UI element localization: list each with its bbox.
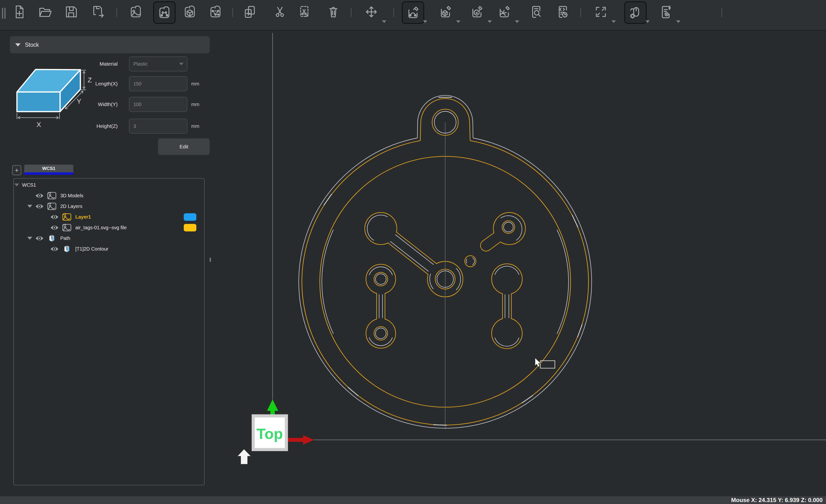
cut-icon bbox=[273, 5, 287, 19]
toolbar-separator bbox=[351, 8, 352, 17]
save-file-button[interactable] bbox=[61, 1, 81, 22]
edit-3d-model-dropdown-arrow-icon[interactable] bbox=[456, 20, 461, 23]
edit-node-button[interactable] bbox=[494, 1, 515, 22]
toolpath-layer bbox=[299, 96, 592, 428]
layer-color-swatch[interactable] bbox=[184, 213, 196, 221]
import-3d-model-button[interactable] bbox=[179, 1, 200, 22]
wcs-tab[interactable]: WCS1 bbox=[24, 165, 73, 172]
tree-item-path[interactable]: Path bbox=[14, 233, 204, 244]
paste-icon bbox=[297, 5, 311, 19]
eye-visibility-icon[interactable] bbox=[35, 236, 44, 241]
mouse-cursor bbox=[535, 358, 555, 368]
toolbar-drag-handle[interactable] bbox=[4, 8, 6, 19]
mouse-settings-button[interactable] bbox=[624, 1, 647, 24]
edit-vector-icon bbox=[406, 5, 420, 20]
expander-icon[interactable] bbox=[27, 205, 32, 208]
tree-item-label: WCS1 bbox=[22, 182, 36, 188]
transform-move-button[interactable] bbox=[361, 1, 382, 22]
stock-section-header[interactable]: Stock bbox=[10, 36, 210, 53]
layer-image-icon bbox=[47, 202, 56, 210]
copy-button[interactable] bbox=[239, 1, 260, 22]
save-file-icon bbox=[64, 5, 78, 19]
view-label: Top bbox=[256, 425, 283, 442]
tree-item-2d-layers[interactable]: 2D Layers bbox=[14, 201, 204, 211]
collapse-chevron-icon[interactable] bbox=[15, 43, 20, 47]
gcode-list-icon bbox=[555, 5, 570, 19]
layer-image-icon bbox=[62, 224, 71, 232]
cursor-arrow-icon bbox=[535, 358, 541, 367]
y-axis-arrow bbox=[267, 399, 278, 411]
toolbar-separator bbox=[116, 8, 117, 17]
import-vector-button[interactable] bbox=[153, 1, 176, 24]
import-3d-model-icon bbox=[183, 5, 197, 19]
edit-rotate-icon bbox=[470, 5, 484, 19]
import-toolpath-button[interactable] bbox=[205, 1, 226, 22]
mouse-settings-icon bbox=[628, 5, 643, 20]
view-cube-face[interactable] bbox=[253, 416, 286, 449]
mouse-settings-dropdown-arrow-icon[interactable] bbox=[645, 20, 650, 23]
chevron-down-icon bbox=[179, 63, 183, 65]
panel-scrollbar-thumb[interactable] bbox=[210, 258, 211, 262]
preview-button[interactable] bbox=[526, 1, 547, 22]
add-wcs-tab-button[interactable]: + bbox=[12, 165, 21, 175]
eye-visibility-icon[interactable] bbox=[35, 193, 44, 198]
tree-item-wcs1[interactable]: WCS1 bbox=[14, 180, 204, 190]
open-file-button[interactable] bbox=[35, 1, 55, 22]
height-z-input[interactable] bbox=[129, 119, 187, 134]
import-image-icon bbox=[128, 5, 143, 19]
width-y-unit: mm bbox=[191, 97, 199, 112]
edit-rotate-dropdown-arrow-icon[interactable] bbox=[487, 20, 492, 23]
width-y-label: Width(Y) bbox=[79, 97, 118, 112]
gcode-list-button[interactable] bbox=[552, 1, 573, 22]
eye-visibility-icon[interactable] bbox=[35, 204, 44, 209]
layer-color-swatch[interactable] bbox=[184, 224, 196, 232]
edit-3d-model-button[interactable] bbox=[435, 1, 456, 22]
fit-view-icon bbox=[594, 5, 608, 19]
toolbar-drag-handle[interactable] bbox=[2, 8, 3, 19]
save-as-file-button[interactable] bbox=[88, 1, 109, 22]
cut-button[interactable] bbox=[270, 1, 290, 22]
edit-node-dropdown-arrow-icon[interactable] bbox=[515, 20, 519, 23]
toolbar-separator bbox=[721, 8, 722, 17]
holding-tabs bbox=[324, 97, 582, 425]
active-tab-underline bbox=[24, 172, 73, 175]
expander-icon[interactable] bbox=[27, 237, 32, 240]
expander-icon[interactable] bbox=[14, 184, 19, 186]
length-x-input[interactable] bbox=[129, 76, 187, 91]
new-file-button[interactable] bbox=[9, 1, 30, 22]
material-select[interactable]: Plastic bbox=[129, 56, 187, 71]
edit-node-icon bbox=[497, 5, 512, 19]
height-z-unit: mm bbox=[191, 119, 199, 134]
view-top-gizmo[interactable]: Top bbox=[238, 399, 314, 464]
tree-item-label: 2D Layers bbox=[60, 204, 82, 209]
edit-stock-button[interactable]: Edit bbox=[158, 138, 210, 155]
tree-item-air-tags-01-svg-svg-file[interactable]: air_tags-01.svg--svg file bbox=[14, 222, 204, 233]
tree-item--t1-2d-contour[interactable]: [T1]2D Contour bbox=[14, 244, 204, 254]
tree-item-label: Path bbox=[60, 236, 70, 241]
eye-visibility-icon[interactable] bbox=[50, 246, 59, 252]
machine-post-button[interactable] bbox=[655, 1, 676, 22]
fit-view-dropdown-arrow-icon[interactable] bbox=[611, 20, 616, 23]
machine-post-dropdown-arrow-icon[interactable] bbox=[676, 20, 681, 23]
import-image-button[interactable] bbox=[125, 1, 146, 22]
tree-item-3d-models[interactable]: 3D Models bbox=[14, 190, 204, 201]
eye-visibility-icon[interactable] bbox=[50, 214, 59, 220]
width-y-input[interactable] bbox=[129, 97, 187, 112]
status-bar: Mouse X: 24.315 Y: 6.939 Z: 0.000 bbox=[0, 496, 826, 504]
transform-move-dropdown-arrow-icon[interactable] bbox=[382, 20, 387, 23]
eye-visibility-icon[interactable] bbox=[50, 225, 59, 231]
layer-image-icon bbox=[47, 192, 56, 199]
toolpath-icon bbox=[62, 245, 71, 253]
fit-view-button[interactable] bbox=[590, 1, 611, 22]
edit-rotate-button[interactable] bbox=[467, 1, 487, 22]
selection-rect bbox=[540, 361, 555, 368]
edit-vector-dropdown-arrow-icon[interactable] bbox=[423, 20, 427, 23]
tree-item-layer1[interactable]: Layer1 bbox=[14, 211, 204, 222]
new-file-icon bbox=[12, 5, 26, 19]
home-view-arrow[interactable] bbox=[238, 449, 250, 464]
edit-3d-model-icon bbox=[438, 5, 453, 19]
toolbar-separator bbox=[394, 8, 394, 17]
edit-vector-button[interactable] bbox=[402, 1, 424, 24]
delete-button[interactable] bbox=[323, 1, 344, 22]
paste-button[interactable] bbox=[294, 1, 315, 22]
